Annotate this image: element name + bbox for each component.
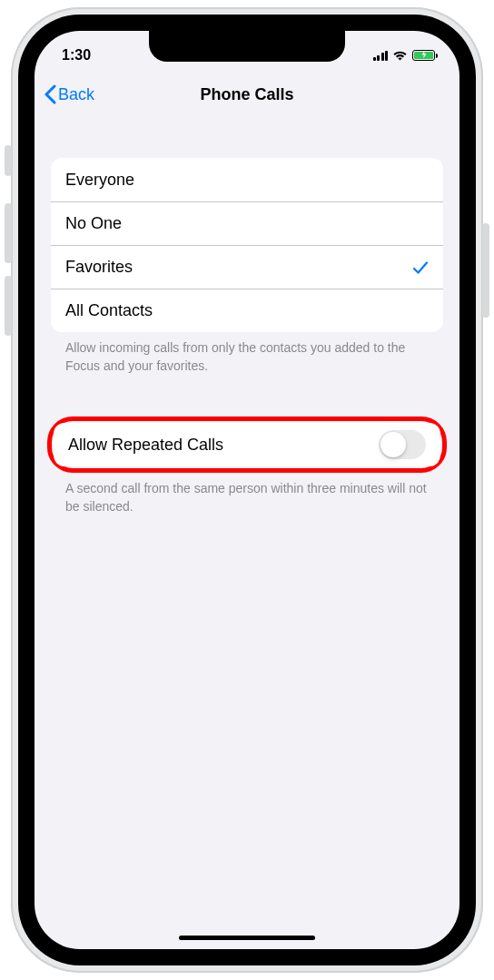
notch bbox=[149, 31, 345, 62]
back-label: Back bbox=[58, 85, 94, 104]
repeated-calls-footer: A second call from the same person withi… bbox=[51, 473, 443, 515]
navigation-bar: Back Phone Calls bbox=[35, 73, 459, 116]
cellular-signal-icon bbox=[373, 50, 389, 61]
volume-up-button bbox=[5, 203, 12, 263]
option-everyone[interactable]: Everyone bbox=[51, 158, 443, 201]
option-all-contacts[interactable]: All Contacts bbox=[51, 289, 443, 332]
device-bezel: 1:30 bbox=[18, 15, 476, 965]
mute-switch bbox=[5, 145, 12, 176]
screen: 1:30 bbox=[35, 31, 459, 949]
annotation-highlight: Allow Repeated Calls bbox=[47, 416, 447, 473]
option-label: Everyone bbox=[65, 171, 134, 190]
status-time: 1:30 bbox=[62, 47, 91, 64]
toggle-knob bbox=[380, 432, 406, 457]
option-label: All Contacts bbox=[65, 301, 153, 320]
status-indicators bbox=[373, 50, 439, 61]
allow-repeated-calls-row[interactable]: Allow Repeated Calls bbox=[54, 423, 440, 466]
back-button[interactable]: Back bbox=[44, 84, 94, 104]
allow-from-group: Everyone No One Favorites All Contacts bbox=[51, 158, 443, 332]
page-title: Phone Calls bbox=[200, 85, 293, 104]
content-area: Everyone No One Favorites All Contacts bbox=[35, 116, 459, 515]
option-no-one[interactable]: No One bbox=[51, 201, 443, 245]
option-label: Favorites bbox=[65, 258, 133, 277]
power-button bbox=[482, 223, 489, 318]
checkmark-icon bbox=[412, 260, 429, 276]
charging-icon bbox=[421, 51, 427, 61]
wifi-icon bbox=[392, 50, 408, 61]
battery-icon bbox=[412, 50, 438, 61]
allow-repeated-calls-toggle[interactable] bbox=[379, 430, 426, 459]
volume-down-button bbox=[5, 276, 12, 336]
home-indicator[interactable] bbox=[179, 936, 315, 940]
allow-from-footer: Allow incoming calls from only the conta… bbox=[51, 332, 443, 375]
device-frame: 1:30 bbox=[0, 0, 494, 980]
chevron-left-icon bbox=[44, 84, 56, 104]
allow-repeated-calls-label: Allow Repeated Calls bbox=[68, 436, 223, 455]
option-favorites[interactable]: Favorites bbox=[51, 245, 443, 289]
option-label: No One bbox=[65, 214, 122, 233]
